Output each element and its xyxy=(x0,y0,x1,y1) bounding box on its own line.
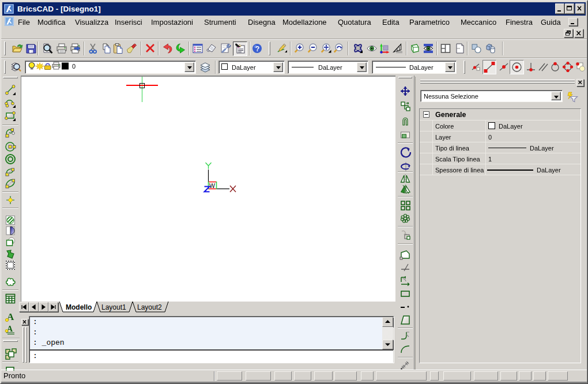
svg-text:?: ? xyxy=(255,45,259,53)
svg-text:Layout1: Layout1 xyxy=(101,303,126,311)
svg-text:Layout2: Layout2 xyxy=(137,303,162,311)
svg-text:W: W xyxy=(209,182,215,189)
svg-text:0: 0 xyxy=(72,63,76,70)
svg-text:Modello: Modello xyxy=(66,303,92,311)
